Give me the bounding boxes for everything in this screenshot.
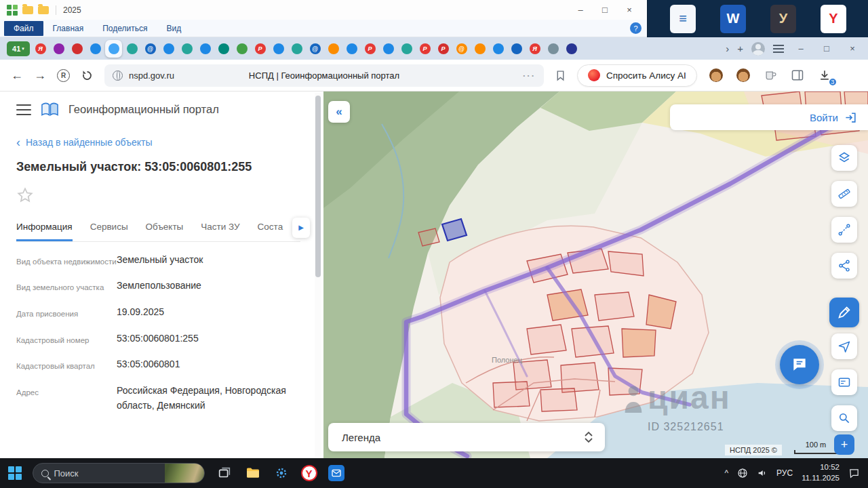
profile-avatar[interactable] <box>751 42 765 56</box>
volume-icon[interactable] <box>757 468 768 479</box>
browser-tab[interactable]: P <box>361 40 378 58</box>
scrollbar-thumb[interactable] <box>315 96 321 277</box>
panel-scrollbar[interactable] <box>315 93 321 457</box>
close-button[interactable]: × <box>618 3 640 18</box>
start-button[interactable] <box>8 466 22 480</box>
clock[interactable]: 10:52 11.11.2025 <box>802 462 840 483</box>
search-widget-image[interactable] <box>165 463 204 483</box>
share-icon-button[interactable] <box>831 253 857 279</box>
site-info-icon[interactable] <box>113 70 123 81</box>
browser-tab[interactable] <box>471 40 488 58</box>
browser-tab[interactable]: @ <box>453 40 470 58</box>
minimize-button[interactable]: – <box>570 3 591 18</box>
notification-icon[interactable] <box>848 468 860 479</box>
browser-tab[interactable]: P <box>416 40 433 58</box>
ribbon-menu-item[interactable]: Файл <box>4 21 43 36</box>
login-bar[interactable]: Войти <box>670 104 868 130</box>
favorite-star-icon[interactable] <box>16 186 300 207</box>
yandex-browser-icon[interactable]: Y <box>301 465 317 481</box>
panel-menu-icon[interactable] <box>16 101 31 119</box>
help-icon[interactable]: ? <box>630 22 642 34</box>
browser-tab[interactable]: @ <box>142 40 159 58</box>
browser-tab[interactable] <box>233 40 250 58</box>
browser-menu-icon[interactable] <box>773 43 784 55</box>
browser-tab[interactable] <box>380 40 397 58</box>
browser-tab[interactable]: @ <box>307 40 323 58</box>
browser-minimize-button[interactable]: – <box>792 43 810 54</box>
browser-tab[interactable] <box>50 40 67 58</box>
desktop-icon[interactable]: Y <box>821 5 846 33</box>
legend-toggle[interactable]: Легенда <box>328 423 605 451</box>
browser-tab[interactable] <box>270 40 287 58</box>
bookmark-icon[interactable] <box>555 70 566 81</box>
desktop-icon[interactable]: ≡ <box>670 5 696 33</box>
desktop-icon[interactable]: W <box>720 5 746 33</box>
extension-cup-icon[interactable] <box>762 67 778 83</box>
ribbon-menu-item[interactable]: Вид <box>157 21 191 36</box>
browser-tab[interactable] <box>325 40 342 58</box>
measure-route-icon-button[interactable] <box>831 217 857 243</box>
panel-tab[interactable]: Объекты <box>146 216 184 241</box>
tab-counter-button[interactable]: 41▾ <box>7 41 30 56</box>
side-panel-icon[interactable] <box>789 67 806 83</box>
mail-app-icon[interactable] <box>328 465 344 481</box>
draw-icon-button[interactable] <box>829 298 859 327</box>
map-corner-button[interactable]: + <box>834 434 854 455</box>
new-tab-button[interactable]: + <box>737 43 743 54</box>
more-dots-icon[interactable]: ··· <box>523 70 536 81</box>
map-area[interactable]: Полонец « Войти <box>323 92 868 458</box>
desktop-icon[interactable]: У <box>770 5 796 33</box>
back-icon[interactable]: ← <box>11 68 23 83</box>
browser-tab[interactable] <box>87 40 104 58</box>
browser-tab[interactable] <box>197 40 214 58</box>
panel-collapse-button[interactable]: « <box>328 101 350 123</box>
panel-tab[interactable]: Информация <box>16 216 73 241</box>
panel-tab[interactable]: Соста <box>258 216 283 241</box>
browser-tab[interactable] <box>490 40 507 58</box>
card-view-icon-button[interactable] <box>831 369 857 395</box>
browser-tab[interactable] <box>123 40 140 58</box>
language-indicator[interactable]: РУС <box>776 468 793 478</box>
forward-icon[interactable]: → <box>34 68 46 83</box>
send-location-icon-button[interactable] <box>831 333 857 359</box>
browser-tab[interactable] <box>288 40 305 58</box>
refresh-icon[interactable] <box>81 69 94 82</box>
ribbon-menu-item[interactable]: Поделиться <box>93 21 157 36</box>
browser-tab[interactable] <box>343 40 360 58</box>
tabs-next-icon[interactable]: ▶ <box>292 218 310 238</box>
chat-widget-button[interactable] <box>780 345 819 384</box>
address-bar[interactable]: nspd.gov.ru НСПД | Геоинформационный пор… <box>104 64 544 87</box>
browser-tab[interactable] <box>178 40 195 58</box>
network-icon[interactable] <box>737 468 748 479</box>
browser-maximize-button[interactable]: □ <box>818 43 835 54</box>
map-search-icon-button[interactable] <box>831 405 857 431</box>
browser-tab[interactable] <box>215 40 232 58</box>
downloads-icon[interactable]: 3 <box>816 67 833 83</box>
browser-tab[interactable] <box>68 40 85 58</box>
scroll-tabs-icon[interactable]: › <box>726 43 729 54</box>
browser-tab[interactable]: P <box>252 40 269 58</box>
panel-tab[interactable]: Сервисы <box>90 216 128 241</box>
panel-tab[interactable]: Части ЗУ <box>201 216 239 241</box>
back-to-results-link[interactable]: ‹ Назад в найденные объекты <box>16 136 300 150</box>
browser-tab[interactable] <box>563 40 580 58</box>
settings-gear-icon[interactable] <box>273 464 290 482</box>
browser-tab[interactable]: Я <box>526 40 543 58</box>
browser-tab[interactable] <box>398 40 415 58</box>
task-view-icon[interactable] <box>216 464 233 482</box>
extension-monkey-icon[interactable] <box>735 67 751 83</box>
ribbon-menu-item[interactable]: Главная <box>43 21 94 36</box>
browser-tab[interactable] <box>160 40 177 58</box>
browser-tab[interactable] <box>508 40 525 58</box>
browser-tab[interactable] <box>545 40 561 58</box>
tray-expand-icon[interactable]: ^ <box>724 468 728 478</box>
layers-icon-button[interactable] <box>831 145 857 171</box>
taskbar-search[interactable]: Поиск <box>33 463 205 483</box>
ask-alice-button[interactable]: Спросить Алису AI <box>577 64 697 87</box>
circled-r-icon[interactable]: R <box>57 69 70 82</box>
browser-close-button[interactable]: × <box>844 43 861 54</box>
file-explorer-icon[interactable] <box>244 464 262 482</box>
browser-tab[interactable]: Я <box>32 40 49 58</box>
extension-monkey-icon[interactable] <box>708 67 724 83</box>
maximize-button[interactable]: □ <box>594 3 616 18</box>
